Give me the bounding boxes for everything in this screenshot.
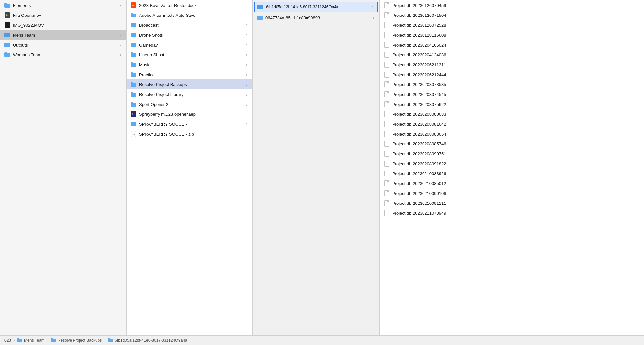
folder-adobe-after[interactable]: Adobe After E...cts Auto-Save xyxy=(127,10,252,20)
folder-gameday[interactable]: Gameday xyxy=(127,40,252,50)
item-label: Project.db.20230204124036 xyxy=(392,52,640,57)
folder-practice[interactable]: Practice xyxy=(127,70,252,79)
folder-outputs[interactable]: Outputs xyxy=(0,40,126,50)
item-label: Project.db.20230204105024 xyxy=(392,43,640,47)
chevron-icon xyxy=(371,16,375,20)
file-db-13[interactable]: Project.db.20230208081642 xyxy=(380,119,644,129)
item-label: Project.db.20230128115608 xyxy=(392,33,640,38)
file-sprayberry-zip[interactable]: zip SPRAYBERRY SOCCER.zip xyxy=(127,129,252,139)
item-label: Project.db.20230206211311 xyxy=(392,62,640,67)
folder-resolve-library[interactable]: Resolve Project Library xyxy=(127,89,252,99)
file-db-17[interactable]: Project.db.20230208091822 xyxy=(380,159,644,169)
db-file-icon xyxy=(384,101,390,107)
db-file-icon xyxy=(384,62,390,68)
column-1: Elements Fifa Open.mov IMG_9022.MOV xyxy=(0,0,127,335)
file-db-16[interactable]: Project.db.20230208090751 xyxy=(380,149,644,159)
folder-icon xyxy=(4,52,10,58)
file-db-3[interactable]: Project.db.20230126072528 xyxy=(380,20,644,30)
folder-drone-shots[interactable]: Drone Shots xyxy=(127,30,252,40)
item-label: Project.db.20230210083926 xyxy=(392,171,640,176)
file-img-9022[interactable]: IMG_9022.MOV xyxy=(0,20,126,30)
file-db-21[interactable]: Project.db.20230210091111 xyxy=(380,198,644,208)
file-db-2[interactable]: Project.db.20230126071504 xyxy=(380,10,644,20)
folder-elements[interactable]: Elements xyxy=(0,0,126,10)
db-file-icon xyxy=(384,81,390,87)
file-db-22[interactable]: Project.db.20230211073949 xyxy=(380,208,644,218)
file-db-7[interactable]: Project.db.20230206211311 xyxy=(380,60,644,70)
item-label: Adobe After E...cts Auto-Save xyxy=(139,13,242,18)
item-label: Fifa Open.mov xyxy=(13,13,122,18)
item-label: Project.db.20230208073535 xyxy=(392,82,640,87)
file-db-20[interactable]: Project.db.20230210090106 xyxy=(380,188,644,198)
file-db-4[interactable]: Project.db.20230128115608 xyxy=(380,30,644,40)
column-2: W 2023 Boys Va...er Roster.docx Adobe Af… xyxy=(127,0,253,335)
chevron-icon xyxy=(245,13,249,17)
file-db-11[interactable]: Project.db.20230208075622 xyxy=(380,99,644,109)
item-label: Project.db.20230208080633 xyxy=(392,112,640,117)
file-db-6[interactable]: Project.db.20230204124036 xyxy=(380,50,644,60)
db-file-icon xyxy=(384,111,390,117)
chevron-icon xyxy=(245,43,249,47)
item-label: Mens Team xyxy=(13,33,116,38)
file-fifa-open[interactable]: Fifa Open.mov xyxy=(0,10,126,20)
folder-womans-team[interactable]: Womans Team xyxy=(0,50,126,60)
file-db-10[interactable]: Project.db.20230208074545 xyxy=(380,89,644,99)
item-label: Resolve Project Backups xyxy=(139,82,242,87)
db-file-icon xyxy=(384,151,390,157)
file-db-1[interactable]: Project.db.20230126070459 xyxy=(380,0,644,10)
breadcrumb-sep-3: › xyxy=(104,338,105,343)
breadcrumb-item-uuid[interactable]: 6fb1d05a-12bf-41e6-8017-3311246f9a4a xyxy=(108,338,187,343)
item-label: Project.db.20230208075622 xyxy=(392,102,640,107)
folder-resolve-backups[interactable]: Resolve Project Backups xyxy=(127,79,252,89)
file-doc-icon: W xyxy=(131,2,136,8)
breadcrumb-item-mens-team[interactable]: Mens Team xyxy=(17,338,44,343)
folder-icon xyxy=(257,4,263,10)
breadcrumb-prefix: 023 xyxy=(4,338,11,343)
folder-icon xyxy=(4,32,10,38)
folder-icon xyxy=(131,52,136,58)
folder-icon xyxy=(131,62,136,68)
item-label: 6fb1d05a-12bf-41e6-8017-3311246f9a4a xyxy=(266,5,368,9)
file-db-5[interactable]: Project.db.20230204105024 xyxy=(380,40,644,50)
db-file-icon xyxy=(384,22,390,28)
folder-icon xyxy=(131,101,136,107)
db-file-icon xyxy=(384,161,390,167)
item-label: Project.db.20230210085012 xyxy=(392,181,640,186)
file-sprayberry-aep[interactable]: Ae Sprayberry m...23 opener.aep xyxy=(127,109,252,119)
db-file-icon xyxy=(384,12,390,18)
db-file-icon xyxy=(384,91,390,97)
item-label: Project.db.20230126071504 xyxy=(392,13,640,18)
db-file-icon xyxy=(384,52,390,58)
folder-sprayberry-soccer[interactable]: SPRAYBERRY SOCCER xyxy=(127,119,252,129)
item-label: Lineup Shoot xyxy=(139,52,242,57)
file-db-19[interactable]: Project.db.20230210085012 xyxy=(380,178,644,188)
folder-icon xyxy=(131,91,136,97)
folder-uuid-0647[interactable]: 0647784a-85...b1c83a99893 xyxy=(253,13,379,23)
folder-icon xyxy=(131,121,136,127)
folder-music[interactable]: Music xyxy=(127,60,252,70)
item-label: IMG_9022.MOV xyxy=(13,23,122,28)
folder-mens-team[interactable]: Mens Team xyxy=(0,30,126,40)
folder-icon xyxy=(131,81,136,87)
file-db-15[interactable]: Project.db.20230208085746 xyxy=(380,139,644,149)
file-db-18[interactable]: Project.db.20230210083926 xyxy=(380,169,644,178)
db-file-icon xyxy=(384,190,390,196)
folder-uuid-6fb1[interactable]: 6fb1d05a-12bf-41e6-8017-3311246f9a4a xyxy=(254,2,378,12)
file-db-14[interactable]: Project.db.20230208083654 xyxy=(380,129,644,139)
folder-lineup-shoot[interactable]: Lineup Shoot xyxy=(127,50,252,60)
folder-sport-opener[interactable]: Sport Opener 2 xyxy=(127,99,252,109)
file-db-8[interactable]: Project.db.20230206212444 xyxy=(380,70,644,79)
chevron-icon xyxy=(245,73,249,77)
folder-icon xyxy=(131,42,136,48)
item-label: Project.db.20230210090106 xyxy=(392,191,640,196)
file-db-9[interactable]: Project.db.20230208073535 xyxy=(380,79,644,89)
file-2023-boys[interactable]: W 2023 Boys Va...er Roster.docx xyxy=(127,0,252,10)
file-db-12[interactable]: Project.db.20230208080633 xyxy=(380,109,644,119)
breadcrumb-item-resolve-backups[interactable]: Resolve Project Backups xyxy=(51,338,102,343)
folder-broadcast[interactable]: Broadcast xyxy=(127,20,252,30)
db-file-icon xyxy=(384,32,390,38)
chevron-icon xyxy=(245,53,249,57)
chevron-icon xyxy=(245,23,249,27)
item-label: Music xyxy=(139,62,242,67)
item-label: Outputs xyxy=(13,43,116,47)
